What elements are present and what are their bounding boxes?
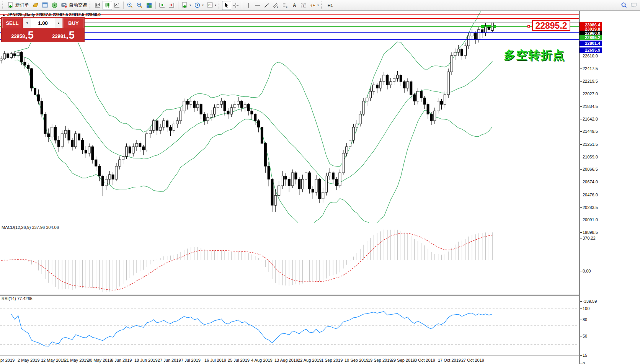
templates-icon (207, 2, 213, 8)
line-chart-icon (114, 2, 120, 8)
price-axis: 22610.022417.522219.522027.021834.521642… (580, 11, 640, 364)
bar-chart-button[interactable] (93, 1, 103, 10)
chat-icon (630, 2, 637, 8)
buy-price[interactable]: 22981 .5 (43, 29, 83, 41)
date-label: 29 Sep 2019 (391, 358, 415, 362)
one-click-trading-panel: SELL ▼ ▲ BUY 22958 .5 22981 .5 (1, 17, 85, 42)
macd-panel-canvas[interactable] (0, 224, 579, 294)
crosshair-tool-button[interactable] (231, 1, 240, 10)
volume-decrease-button[interactable]: ▼ (23, 18, 31, 28)
vertical-line-tool-button[interactable] (244, 1, 253, 10)
date-label: 25 Jul 2019 (228, 358, 250, 362)
price-tick: 21449.5 (583, 129, 598, 134)
line-chart-button[interactable] (112, 1, 122, 10)
volume-input[interactable] (31, 18, 55, 28)
candlestick-chart-button[interactable] (103, 1, 112, 10)
autotrading-button[interactable]: 自动交易 (59, 1, 89, 10)
equidistant-channel-icon: E (273, 2, 279, 8)
indicators-button[interactable]: ▾ (180, 1, 193, 10)
zoom-out-icon (136, 2, 143, 8)
date-label: 22 Aug 2019 (298, 358, 322, 362)
new-order-icon (7, 2, 14, 8)
zoom-in-button[interactable] (125, 1, 135, 10)
price-tick: 22027.0 (583, 91, 598, 96)
time-axis: 3 Apr 20192 May 201912 May 201921 May 20… (0, 356, 579, 364)
time-axis-border (0, 356, 579, 356)
fibonacci-icon: F (282, 2, 288, 8)
crosshair-icon (233, 2, 239, 8)
chat-button[interactable] (629, 1, 638, 10)
date-label: 1 Sep 2019 (321, 358, 343, 362)
templates-button[interactable]: ▾ (205, 1, 218, 10)
chart-shift-button[interactable] (167, 1, 176, 10)
cursor-icon (224, 2, 230, 8)
signals-button[interactable] (50, 1, 59, 10)
profiles-button[interactable] (31, 1, 40, 10)
rsi-tick: 0 (583, 361, 585, 364)
sell-price[interactable]: 22958 .5 (2, 29, 42, 41)
toolbar: 新订单 自动交易 (0, 0, 640, 11)
macd-tick: -339.59 (583, 299, 597, 304)
collapse-arrow-icon[interactable]: ▲ (2, 13, 5, 16)
search-button[interactable] (619, 1, 629, 10)
horizontal-line-tool-button[interactable] (253, 1, 262, 10)
new-order-button[interactable]: 新订单 (6, 1, 31, 10)
price-tick: 20283.5 (583, 205, 598, 210)
svg-text:T: T (302, 3, 305, 7)
svg-text:A: A (293, 3, 296, 8)
price-level-badge: 22895.2 (580, 35, 602, 40)
main-chart-canvas[interactable] (0, 11, 579, 223)
date-label: 8 Oct 2019 (415, 358, 435, 362)
price-tick: 20476.0 (583, 193, 598, 197)
channel-tool-button[interactable]: E (271, 1, 281, 10)
zoom-out-button[interactable] (135, 1, 144, 10)
auto-scroll-button[interactable] (157, 1, 167, 10)
rsi-tick: 50 (583, 334, 587, 338)
label-tool-button[interactable]: T (299, 1, 308, 10)
date-label: 2 May 2019 (18, 358, 39, 362)
text-tool-button[interactable]: A (290, 1, 299, 10)
rsi-panel-canvas[interactable] (0, 295, 579, 356)
arrows-icon (310, 2, 316, 8)
rsi-tick: 80 (583, 317, 587, 322)
toolbar-grip (219, 2, 220, 9)
date-label: 19 Sep 2019 (368, 358, 392, 362)
date-label: 27 Jun 2019 (158, 358, 181, 362)
periods-clock-icon (194, 2, 201, 8)
mt4-window: 新订单 自动交易 (0, 0, 640, 364)
chart-title: ▲ JPN225-,Daily 22837.5 22967.5 22812.5 … (2, 12, 101, 17)
date-label: 21 May 2019 (64, 358, 89, 362)
text-label-icon: T (300, 2, 307, 8)
price-tick: 21642.0 (583, 117, 598, 121)
date-label: 4 Aug 2019 (251, 358, 273, 362)
buy-price-main: 22981 (52, 32, 66, 41)
bar-chart-icon (95, 2, 101, 8)
price-tick: 20866.5 (583, 167, 598, 171)
data-window-button[interactable] (40, 1, 50, 10)
tile-windows-button[interactable] (144, 1, 154, 10)
date-label: 17 Oct 2019 (438, 358, 461, 362)
date-label: 18 Jun 2019 (134, 358, 158, 362)
price-level-badge: 22801.4 (580, 41, 602, 46)
toolbar-separator (123, 2, 124, 9)
volume-increase-button[interactable]: ▲ (55, 18, 62, 28)
sell-button[interactable]: SELL (2, 18, 22, 28)
price-tick: 22219.5 (583, 79, 598, 83)
indicators-icon (181, 2, 188, 8)
chart-area[interactable]: ▲ JPN225-,Daily 22837.5 22967.5 22812.5 … (0, 11, 640, 364)
chevron-down-icon: ▾ (317, 3, 319, 7)
periods-button[interactable]: ▾ (193, 1, 205, 10)
date-label: 7 Jul 2019 (181, 358, 201, 362)
date-label: 9 Jun 2019 (111, 358, 132, 362)
price-tick: 20091.0 (583, 217, 598, 222)
buy-button[interactable]: BUY (64, 18, 83, 28)
horizontal-line-icon (255, 2, 261, 8)
sell-price-main: 22958 (11, 32, 25, 41)
buy-price-pip: .5 (66, 30, 75, 41)
fibonacci-tool-button[interactable]: F (281, 1, 290, 10)
cursor-tool-button[interactable] (222, 1, 231, 10)
toolbar-separator (178, 2, 178, 9)
timeframe-button-h1[interactable]: H1 (325, 1, 336, 10)
arrows-tool-button[interactable]: ▾ (308, 1, 320, 10)
trendline-tool-button[interactable] (262, 1, 271, 10)
